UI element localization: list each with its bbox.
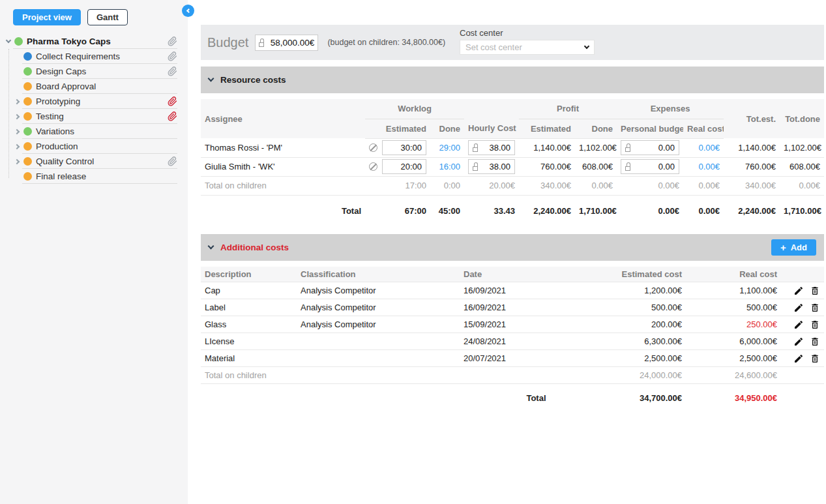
lock-icon bbox=[259, 38, 265, 47]
profit-done: 1,102.00€ bbox=[575, 138, 617, 157]
paperclip-icon[interactable] bbox=[168, 156, 177, 166]
slashed-circle-icon[interactable] bbox=[369, 162, 377, 171]
paperclip-icon[interactable] bbox=[168, 37, 177, 46]
tree-item-label: Testing bbox=[36, 111, 64, 121]
gantt-button[interactable]: Gantt bbox=[87, 9, 128, 25]
cost-date: 20/07/2021 bbox=[460, 350, 613, 367]
pencil-icon[interactable] bbox=[793, 286, 804, 296]
col-group-worklog: Worklog bbox=[365, 99, 464, 119]
trash-icon[interactable] bbox=[810, 336, 820, 347]
trash-icon[interactable] bbox=[810, 286, 820, 296]
chevron-right-icon[interactable] bbox=[14, 143, 19, 149]
cost-description: LIcense bbox=[201, 333, 297, 350]
chevron-right-icon[interactable] bbox=[14, 113, 19, 119]
chevron-right-icon[interactable] bbox=[14, 158, 19, 164]
tree-item-board-approval[interactable]: Board Approval bbox=[0, 79, 188, 94]
tree-item-pharma-tokyo-caps[interactable]: Pharma Tokyo Caps bbox=[0, 34, 188, 49]
cost-center-select[interactable]: Set cost center bbox=[460, 40, 595, 55]
project-view-button[interactable]: Project view bbox=[13, 9, 81, 25]
personal-budget-input[interactable]: 0.00 bbox=[621, 159, 679, 174]
resource-costs-header[interactable]: Resource costs bbox=[201, 67, 824, 93]
tree-item-collect-requirements[interactable]: Collect Requirements bbox=[0, 49, 188, 64]
budget-input[interactable]: 58,000.00€ bbox=[255, 35, 318, 51]
tree-item-prototyping[interactable]: Prototyping bbox=[0, 94, 188, 109]
tree-item-variations[interactable]: Variations bbox=[0, 124, 188, 139]
trash-icon[interactable] bbox=[810, 319, 820, 330]
tree-item-label: Pharma Tokyo Caps bbox=[27, 37, 111, 46]
profit-estimated: 1,140.00€ bbox=[519, 138, 575, 157]
hourly-cost-input[interactable]: 38.00 bbox=[468, 159, 515, 174]
paperclip-icon[interactable] bbox=[168, 96, 177, 106]
status-dot bbox=[23, 52, 32, 61]
worklog-done-link[interactable]: 16:00 bbox=[439, 162, 460, 171]
cost-row: Glass Analysis Competitor 15/09/2021 200… bbox=[201, 316, 824, 333]
status-dot bbox=[23, 112, 32, 121]
cost-estimated: 200.00€ bbox=[613, 316, 686, 333]
tree-item-quality-control[interactable]: Quality Control bbox=[0, 154, 188, 169]
real-cost-link[interactable]: 0.00€ bbox=[699, 162, 720, 171]
total-on-children-row: Total on children 24,000.00€ 24,600.00€ bbox=[201, 367, 824, 384]
worklog-estimated-input[interactable]: 20:00 bbox=[382, 159, 426, 174]
additional-costs-header[interactable]: Additional costs + Add bbox=[201, 234, 824, 261]
total-on-children-label: Total on children bbox=[201, 176, 365, 195]
tot-est: 760.00€ bbox=[724, 157, 780, 176]
additional-costs-title: Additional costs bbox=[220, 243, 289, 252]
sidebar: Project view Gantt Pharma Tokyo Caps Col… bbox=[0, 0, 188, 504]
assignee-name: Giulia Smith - 'WK' bbox=[201, 157, 365, 176]
real-cost-link[interactable]: 0.00€ bbox=[699, 143, 720, 153]
tree-item-design-caps[interactable]: Design Caps bbox=[0, 64, 188, 79]
chevron-down-icon bbox=[584, 44, 589, 49]
pencil-icon[interactable] bbox=[793, 319, 804, 330]
resource-costs-title: Resource costs bbox=[220, 75, 286, 85]
total-on-children-row: Total on children 17:00 0:00 20.00€ 340.… bbox=[201, 176, 824, 195]
cost-date: 16/09/2021 bbox=[460, 299, 613, 316]
lock-icon bbox=[473, 162, 479, 171]
cost-real-over-budget: 250.00€ bbox=[686, 316, 788, 333]
hourly-cost-input[interactable]: 38.00 bbox=[468, 140, 515, 155]
pencil-icon[interactable] bbox=[793, 336, 804, 347]
tree-item-production[interactable]: Production bbox=[0, 139, 188, 154]
tot-done: 1,102.00€ bbox=[780, 138, 824, 157]
pencil-icon[interactable] bbox=[793, 353, 804, 364]
col-worklog-estimated: Estimated bbox=[365, 119, 430, 138]
tree-item-label: Production bbox=[36, 141, 78, 151]
tree-item-label: Final release bbox=[36, 171, 86, 181]
sidebar-collapse-button[interactable] bbox=[182, 5, 194, 17]
slashed-circle-icon[interactable] bbox=[369, 143, 377, 152]
children-real-total: 24,600.00€ bbox=[686, 367, 788, 384]
add-cost-button[interactable]: + Add bbox=[771, 239, 816, 256]
cost-description: Label bbox=[201, 299, 297, 316]
cost-center-group: Cost center Set cost center bbox=[460, 28, 595, 55]
col-classification: Classification bbox=[297, 267, 460, 282]
status-dot bbox=[23, 67, 32, 76]
trash-icon[interactable] bbox=[810, 353, 820, 364]
tree-item-testing[interactable]: Testing bbox=[0, 109, 188, 124]
col-worklog-done: Done bbox=[430, 119, 464, 138]
col-profit-done: Done bbox=[575, 119, 617, 138]
paperclip-icon[interactable] bbox=[168, 67, 177, 76]
paperclip-icon[interactable] bbox=[168, 52, 177, 61]
chevron-down-icon bbox=[208, 243, 214, 249]
tree-item-final-release[interactable]: Final release bbox=[0, 169, 188, 184]
trash-icon[interactable] bbox=[810, 303, 820, 313]
cost-classification: Analysis Competitor bbox=[297, 316, 460, 333]
cost-row: Cap Analysis Competitor 16/09/2021 1,200… bbox=[201, 282, 824, 299]
cost-center-label: Cost center bbox=[460, 28, 595, 38]
chevron-right-icon[interactable] bbox=[14, 98, 19, 104]
budget-value: 58,000.00€ bbox=[271, 38, 315, 48]
cost-classification bbox=[297, 350, 460, 367]
chevron-down-icon[interactable] bbox=[6, 38, 11, 43]
cost-row: Label Analysis Competitor 16/09/2021 500… bbox=[201, 299, 824, 316]
tree-item-label: Collect Requirements bbox=[36, 52, 120, 61]
cost-classification: Analysis Competitor bbox=[297, 282, 460, 299]
paperclip-icon[interactable] bbox=[168, 111, 177, 121]
worklog-estimated-input[interactable]: 30:00 bbox=[382, 140, 426, 155]
tree-item-label: Prototyping bbox=[36, 96, 80, 106]
status-dot bbox=[23, 97, 32, 106]
chevron-right-icon[interactable] bbox=[14, 128, 19, 134]
worklog-done-link[interactable]: 29:00 bbox=[439, 143, 460, 153]
pencil-icon[interactable] bbox=[793, 303, 804, 313]
personal-budget-input[interactable]: 0.00 bbox=[621, 140, 679, 155]
main-panel: Budget 58,000.00€ (budget on children: 3… bbox=[188, 0, 826, 504]
status-dot bbox=[23, 142, 32, 151]
